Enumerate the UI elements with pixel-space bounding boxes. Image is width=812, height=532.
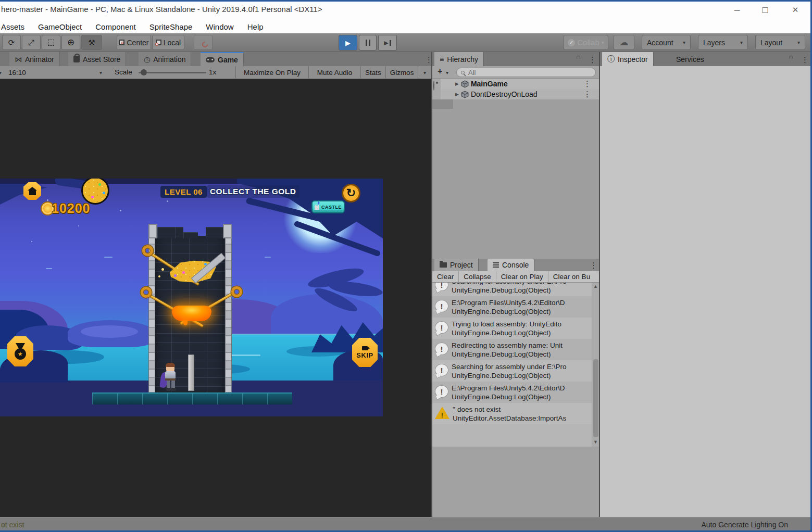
collapse-button[interactable]: Collapse bbox=[459, 271, 496, 283]
aspect-ratio-dropdown[interactable]: 16:10▾ bbox=[4, 66, 106, 79]
log-line2: UnityEditor.AssetDatabase:ImportAs bbox=[453, 414, 566, 423]
menu-help[interactable]: Help bbox=[247, 22, 264, 31]
tab-asset-store-label: Asset Store bbox=[83, 55, 120, 64]
clear-on-play-button[interactable]: Clear on Play bbox=[496, 271, 548, 283]
coin-counter: 10200 bbox=[52, 201, 91, 216]
layout-dropdown[interactable]: Layout▾ bbox=[755, 35, 805, 50]
pause-button[interactable] bbox=[359, 35, 377, 50]
maximize-button[interactable]: □ bbox=[753, 1, 777, 19]
hierarchy-row-dontdestroy[interactable]: ▶ DontDestroyOnLoad ⋮ bbox=[441, 89, 599, 99]
tab-animator[interactable]: ⋈Animator bbox=[9, 52, 60, 66]
scale-slider-track[interactable] bbox=[139, 72, 206, 73]
console-scrollbar[interactable]: ▲ ▼ bbox=[592, 283, 599, 447]
menu-window[interactable]: Window bbox=[206, 22, 233, 31]
console-entry[interactable]: ! Redirecting to assembly name: UnitUnit… bbox=[432, 339, 592, 360]
pin-right-ring[interactable] bbox=[231, 286, 242, 297]
skip-button[interactable]: SKIP bbox=[352, 338, 378, 367]
clear-button[interactable]: Clear bbox=[432, 271, 459, 283]
create-plus-button[interactable]: + bbox=[438, 67, 442, 76]
menu-assets[interactable]: Assets bbox=[1, 22, 24, 31]
console-entry[interactable]: ! Searching for assembly under E:\ProUni… bbox=[432, 360, 592, 382]
gizmos-arrow-button[interactable]: ▾ bbox=[418, 66, 431, 79]
pivot-center-button[interactable]: Center bbox=[117, 35, 151, 50]
rotate-tool-button[interactable]: ⟳ bbox=[2, 35, 21, 50]
scale-tool-button[interactable]: ⤢ bbox=[22, 35, 41, 50]
tab-hierarchy[interactable]: ≡Hierarchy bbox=[434, 52, 484, 66]
tab-services[interactable]: Services bbox=[671, 52, 709, 66]
account-dropdown[interactable]: Account▾ bbox=[642, 35, 691, 50]
gizmos-dropdown[interactable]: Gizmos bbox=[385, 66, 418, 79]
scroll-up-icon[interactable]: ▲ bbox=[593, 284, 598, 289]
transform-tool-button[interactable]: ⊕ bbox=[61, 35, 80, 50]
sparkle bbox=[158, 275, 160, 277]
hierarchy-menu-icon[interactable]: ⋮ bbox=[589, 55, 597, 65]
medal-button[interactable]: ★ bbox=[7, 336, 33, 366]
status-bar[interactable]: ot exist Auto Generate Lighting On bbox=[0, 517, 812, 532]
hero-boot bbox=[166, 388, 171, 391]
minimize-button[interactable]: ─ bbox=[725, 1, 749, 19]
tab-console[interactable]: Console bbox=[488, 259, 534, 271]
mute-audio-button[interactable]: Mute Audio bbox=[308, 66, 360, 79]
window-border-top bbox=[0, 0, 812, 2]
menu-gameobject[interactable]: GameObject bbox=[38, 22, 82, 31]
scrollbar-thumb[interactable] bbox=[593, 359, 598, 437]
hero-hair bbox=[166, 363, 175, 367]
foldout-icon[interactable]: ▶ bbox=[455, 81, 459, 86]
cloud-icon: ☁ bbox=[620, 37, 629, 48]
tab-inspector[interactable]: ⓘInspector bbox=[602, 52, 654, 66]
scene-visibility-eye-icon[interactable] bbox=[433, 81, 434, 91]
hierarchy-row-maingame[interactable]: ▶ MainGame ⋮ bbox=[441, 79, 599, 89]
skip-label: SKIP bbox=[356, 351, 373, 359]
pivot-local-button[interactable]: Local bbox=[152, 35, 184, 50]
clear-on-build-button[interactable]: Clear on Bu bbox=[548, 271, 595, 283]
menu-bar: Assets GameObject Component SpriteShape … bbox=[0, 20, 812, 33]
grid-snap-button[interactable] bbox=[194, 35, 213, 50]
tab-project[interactable]: Project bbox=[434, 259, 479, 271]
console-panel-menu-icon[interactable]: ⋮ bbox=[590, 261, 598, 270]
layers-dropdown[interactable]: Layers▾ bbox=[698, 35, 748, 50]
middle-divider[interactable] bbox=[431, 52, 432, 517]
tab-project-label: Project bbox=[450, 261, 473, 269]
castle-badge[interactable]: CASTLE bbox=[311, 200, 345, 213]
console-entry[interactable]: ! Trying to load assembly: UnityEditoUni… bbox=[432, 318, 592, 339]
inspector-menu-icon[interactable]: ⋮ bbox=[801, 55, 809, 65]
pin-top-ring[interactable] bbox=[142, 245, 153, 256]
pin-left-ring[interactable] bbox=[141, 287, 152, 298]
menu-component[interactable]: Component bbox=[95, 22, 136, 31]
close-button[interactable]: ✕ bbox=[783, 1, 807, 19]
cloud-button[interactable]: ☁ bbox=[614, 35, 634, 50]
warning-icon: ! bbox=[435, 407, 449, 419]
tab-game[interactable]: Game bbox=[201, 52, 244, 66]
log-line1: Redirecting to assembly name: Unit bbox=[452, 341, 563, 350]
game-view-toolbar: ▾ 16:10▾ Scale 1x Maximize On Play Mute … bbox=[0, 66, 431, 79]
scroll-down-icon[interactable]: ▼ bbox=[593, 439, 598, 445]
console-entry[interactable]: ! E:\Program Files\Unity5.4.2\Editor\DUn… bbox=[432, 296, 592, 318]
custom-tool-icon: ⚒ bbox=[88, 38, 95, 47]
create-dropdown-icon[interactable]: ▾ bbox=[446, 70, 448, 75]
home-button[interactable] bbox=[23, 182, 41, 200]
play-button[interactable]: ▶ bbox=[339, 35, 357, 50]
maximize-on-play-button[interactable]: Maximize On Play bbox=[235, 66, 308, 79]
tab-animation[interactable]: ◷Animation bbox=[139, 52, 191, 66]
console-entry[interactable]: ! E:\Program Files\Unity5.4.2\Editor\DUn… bbox=[432, 382, 592, 403]
rect-tool-button[interactable] bbox=[42, 35, 60, 50]
custom-tool-button[interactable]: ⚒ bbox=[81, 35, 102, 50]
collab-button[interactable]: ✓Collab▾ bbox=[564, 35, 608, 50]
console-entry[interactable]: ! Searching for assembly under E:\ProUni… bbox=[432, 283, 592, 296]
log-line2: UnityEngine.Debug:Log(Object) bbox=[452, 350, 563, 359]
console-entry-warning[interactable]: ! '' does not existUnityEditor.AssetData… bbox=[432, 403, 592, 424]
restart-button[interactable]: ↻ bbox=[342, 184, 360, 202]
row-menu-icon[interactable]: ⋮ bbox=[583, 90, 592, 99]
hierarchy-search-input[interactable]: All bbox=[456, 68, 596, 77]
stats-button[interactable]: Stats bbox=[360, 66, 385, 79]
tab-asset-store[interactable]: Asset Store bbox=[68, 52, 126, 66]
maximize-icon: □ bbox=[763, 5, 768, 16]
menu-spriteshape[interactable]: SpriteShape bbox=[149, 22, 193, 31]
scale-slider-knob[interactable] bbox=[141, 69, 147, 75]
lighting-status[interactable]: Auto Generate Lighting On bbox=[701, 521, 788, 529]
foldout-icon[interactable]: ▶ bbox=[455, 92, 459, 97]
right-divider[interactable] bbox=[599, 52, 600, 517]
row-menu-icon[interactable]: ⋮ bbox=[583, 79, 592, 88]
step-button[interactable]: ▶ bbox=[378, 35, 397, 50]
display-dropdown-icon[interactable]: ▾ bbox=[0, 70, 2, 75]
